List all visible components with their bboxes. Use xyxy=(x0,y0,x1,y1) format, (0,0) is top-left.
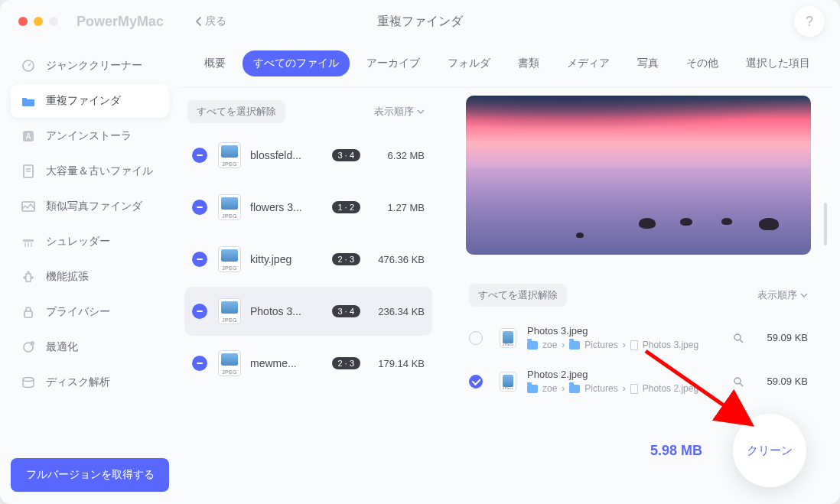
full-version-button[interactable]: フルバージョンを取得する xyxy=(11,458,169,492)
jpeg-thumbnail-icon: JPEG xyxy=(500,328,516,348)
tab-5[interactable]: メディア xyxy=(556,50,620,76)
checkbox[interactable] xyxy=(469,375,483,389)
detail-deselect-all-button[interactable]: すべてを選択解除 xyxy=(469,284,567,307)
app-title: PowerMyMac xyxy=(77,14,164,30)
count-badge: 2 ∙ 3 xyxy=(332,357,360,369)
detail-header: すべてを選択解除 表示順序 xyxy=(466,255,811,320)
group-name: mewme... xyxy=(250,357,324,369)
clean-button[interactable]: クリーン xyxy=(733,414,806,487)
sidebar-item-6[interactable]: 機能拡張 xyxy=(11,260,169,294)
jpeg-thumbnail-icon: JPEG xyxy=(218,142,241,168)
sidebar-item-label: 重複ファインダ xyxy=(46,94,121,108)
deselect-icon[interactable] xyxy=(192,356,207,371)
sidebar-item-1[interactable]: 重複ファインダ xyxy=(11,84,169,118)
tab-8[interactable]: 選択した項目 xyxy=(735,50,821,76)
deselect-icon[interactable] xyxy=(192,200,207,215)
group-size: 236.34 KB xyxy=(368,306,425,317)
group-row[interactable]: JPEG kitty.jpeg 2 ∙ 3 476.36 KB xyxy=(184,235,432,284)
deselect-icon[interactable] xyxy=(192,148,207,163)
sidebar-item-0[interactable]: ジャンククリーナー xyxy=(11,49,169,83)
group-row[interactable]: JPEG flowers 3... 1 ∙ 2 1.27 MB xyxy=(184,183,432,232)
tab-4[interactable]: 書類 xyxy=(507,50,550,76)
traffic-lights xyxy=(18,17,58,26)
svg-line-18 xyxy=(740,383,743,386)
sidebar-item-label: プライバシー xyxy=(46,305,110,319)
file-item: JPEG Photos 3.jpeg zoe › Pictures › Phot… xyxy=(466,320,811,364)
file-list: JPEG Photos 3.jpeg zoe › Pictures › Phot… xyxy=(466,320,811,408)
scrollbar[interactable] xyxy=(823,203,828,463)
sidebar-item-label: 最適化 xyxy=(46,340,78,354)
tab-6[interactable]: 写真 xyxy=(627,50,669,76)
sidebar-item-2[interactable]: Aアンインストーラ xyxy=(11,119,169,153)
back-button[interactable]: 戻る xyxy=(194,15,226,28)
chevron-down-icon xyxy=(800,293,808,298)
content: すべてを選択解除 表示順序 JPEG blossfeld... 3 ∙ 4 6.… xyxy=(180,88,832,504)
gauge-icon xyxy=(20,57,37,74)
checkbox[interactable] xyxy=(469,331,483,345)
chevron-down-icon xyxy=(417,109,425,114)
jpeg-thumbnail-icon: JPEG xyxy=(218,246,241,272)
file-path: zoe › Pictures › Photos 2.jpeg xyxy=(527,383,724,394)
folder-icon xyxy=(569,385,580,393)
group-rows: JPEG blossfeld... 3 ∙ 4 6.32 MB JPEG flo… xyxy=(184,131,432,504)
group-row[interactable]: JPEG Photos 3... 3 ∙ 4 236.34 KB xyxy=(184,287,432,336)
sidebar-item-8[interactable]: 最適化 xyxy=(11,330,169,364)
titlebar: PowerMyMac 戻る 重複ファインダ ? xyxy=(0,0,840,43)
deselect-icon[interactable] xyxy=(192,304,207,319)
reveal-icon[interactable] xyxy=(733,333,744,343)
fullscreen-dot[interactable] xyxy=(49,17,58,26)
group-row[interactable]: JPEG mewme... 2 ∙ 3 179.14 KB xyxy=(184,339,432,388)
deselect-all-button[interactable]: すべてを選択解除 xyxy=(187,100,285,123)
tab-0[interactable]: 概要 xyxy=(194,50,236,76)
sidebar-item-9[interactable]: ディスク解析 xyxy=(11,366,169,399)
sidebar-item-7[interactable]: プライバシー xyxy=(11,295,169,329)
plugin-icon xyxy=(20,268,37,285)
footer: 5.98 MB クリーン xyxy=(650,414,806,487)
group-name: kitty.jpeg xyxy=(250,253,324,265)
group-size: 6.32 MB xyxy=(368,150,425,161)
sidebar-item-3[interactable]: 大容量＆古いファイル xyxy=(11,154,169,188)
svg-point-17 xyxy=(734,378,741,384)
jpeg-thumbnail-icon: JPEG xyxy=(218,194,241,220)
sidebar-item-4[interactable]: 類似写真ファインダ xyxy=(11,190,169,223)
count-badge: 1 ∙ 2 xyxy=(332,201,360,213)
tab-7[interactable]: その他 xyxy=(676,50,729,76)
sidebar-item-label: ジャンククリーナー xyxy=(46,59,142,73)
file-name: Photos 2.jpeg xyxy=(527,369,724,380)
file-name: Photos 3.jpeg xyxy=(527,325,724,337)
help-button[interactable]: ? xyxy=(794,6,825,37)
sidebar-items: ジャンククリーナー重複ファインダAアンインストーラ大容量＆古いファイル類似写真フ… xyxy=(11,49,169,458)
app-window: PowerMyMac 戻る 重複ファインダ ? ジャンククリーナー重複ファインダ… xyxy=(0,0,840,504)
svg-point-14 xyxy=(23,378,34,382)
tab-1[interactable]: すべてのファイル xyxy=(243,50,350,76)
group-row[interactable]: JPEG blossfeld... 3 ∙ 4 6.32 MB xyxy=(184,131,432,180)
sidebar-item-label: 機能拡張 xyxy=(46,270,89,284)
count-badge: 3 ∙ 4 xyxy=(332,149,360,161)
tab-2[interactable]: アーカイブ xyxy=(356,50,431,76)
total-size: 5.98 MB xyxy=(650,443,702,459)
reveal-icon[interactable] xyxy=(733,376,744,387)
chevron-left-icon xyxy=(194,16,202,27)
preview-image xyxy=(466,96,811,255)
deselect-icon[interactable] xyxy=(192,252,207,267)
group-name: flowers 3... xyxy=(250,201,324,213)
file-path: zoe › Pictures › Photos 3.jpeg xyxy=(527,340,724,350)
group-size: 1.27 MB xyxy=(368,202,425,213)
close-dot[interactable] xyxy=(18,17,28,26)
sidebar-item-5[interactable]: シュレッダー xyxy=(11,225,169,259)
group-name: Photos 3... xyxy=(250,305,324,317)
sort-button[interactable]: 表示順序 xyxy=(374,105,425,119)
minimize-dot[interactable] xyxy=(34,17,43,26)
list-header: すべてを選択解除 表示順序 xyxy=(184,96,432,131)
doc-icon xyxy=(630,384,638,394)
sidebar-item-label: 類似写真ファインダ xyxy=(46,200,142,213)
sidebar-item-label: ディスク解析 xyxy=(46,376,110,389)
app-icon: A xyxy=(20,128,37,145)
count-badge: 2 ∙ 3 xyxy=(332,253,360,265)
jpeg-thumbnail-icon: JPEG xyxy=(218,298,241,324)
doc-icon xyxy=(630,340,638,350)
detail-sort-button[interactable]: 表示順序 xyxy=(757,288,808,302)
page-title: 重複ファインダ xyxy=(377,14,463,30)
tab-3[interactable]: フォルダ xyxy=(437,50,501,76)
sidebar-item-label: シュレッダー xyxy=(46,235,110,249)
